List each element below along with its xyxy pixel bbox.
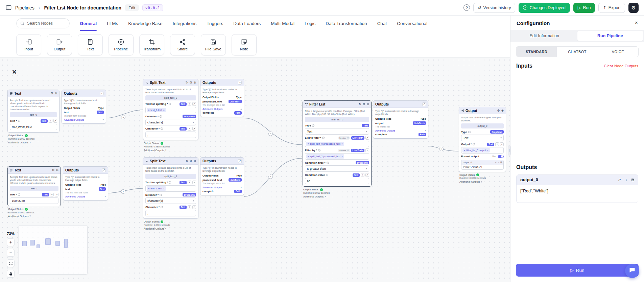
card-note[interactable]: Note	[232, 34, 257, 55]
download-icon[interactable]: ↓	[498, 161, 499, 164]
add-variable-button[interactable]: +	[188, 181, 191, 184]
chip-remove-icon[interactable]: ×	[163, 187, 164, 190]
info-icon[interactable]: i	[160, 115, 162, 118]
info-icon[interactable]: i	[327, 162, 329, 164]
copy-icon[interactable]: ⧉	[631, 178, 634, 182]
card-input[interactable]: Input	[16, 34, 41, 55]
refresh-icon[interactable]: ↻	[186, 81, 188, 84]
edge-delete-button[interactable]: ×	[439, 147, 444, 151]
close-icon[interactable]: ⊗	[193, 81, 196, 84]
gear-icon[interactable]: ⚙	[52, 169, 54, 172]
info-icon[interactable]: i	[169, 103, 171, 105]
type-select[interactable]: Text▾	[305, 128, 369, 135]
node-text-0[interactable]: Text ⚙ ⊗ Accepts Text from upstream node…	[7, 90, 59, 144]
variable-input[interactable]: ≡filter_list_0.output×	[461, 147, 504, 154]
add-variable-button[interactable]: +	[49, 119, 52, 123]
gear-icon[interactable]: ⚙	[50, 92, 53, 95]
character-input[interactable]: ,	[145, 210, 196, 216]
variable-input[interactable]: ≡split_text_0.processed_text×	[305, 141, 369, 147]
outputs-panel-filter-list-0[interactable]: Outputs ↗ Type "{{" in downstream nodes …	[373, 100, 428, 139]
chat-button[interactable]	[625, 264, 639, 278]
edit-button[interactable]: Edit	[125, 4, 139, 11]
advanced-outputs-toggle[interactable]: Advanced Outputs▴	[202, 108, 242, 111]
tab-general[interactable]: General	[80, 16, 97, 31]
chip-remove-icon[interactable]: ×	[341, 142, 343, 145]
card-file-save[interactable]: File Save	[201, 34, 226, 55]
variable-input[interactable]: ≡text_0.text×	[145, 107, 196, 113]
delimiter-select[interactable]: character(s)▾	[145, 197, 196, 204]
add-variable-button[interactable]: +	[361, 173, 364, 177]
node-split-text-1[interactable]: Split Text ↻ ⚙ ⊗ Takes input text and se…	[143, 157, 198, 230]
add-variable-button[interactable]: +	[188, 127, 191, 131]
outputs-panel-text-0[interactable]: Outputs ↗ Type "{{" in downstream nodes …	[62, 90, 106, 124]
zoom-out-button[interactable]: −	[7, 249, 15, 257]
advanced-outputs-toggle[interactable]: Advanced Outputs▾	[65, 195, 106, 198]
variable-chip[interactable]: ≡split_text_0.processed_text×	[306, 142, 344, 146]
close-icon[interactable]: ⊗	[366, 103, 369, 106]
format-output-toggle[interactable]	[498, 155, 504, 158]
gear-icon[interactable]: ⚙	[189, 160, 192, 163]
text-value-input[interactable]: Red,White,Blue	[10, 124, 57, 130]
tab-run-pipeline[interactable]: Run Pipeline	[577, 31, 643, 41]
settings-button[interactable]: ⚙	[628, 3, 639, 13]
edge-delete-button[interactable]: ×	[121, 115, 125, 119]
add-variable-button[interactable]: +	[188, 205, 191, 209]
node-filter-list-0[interactable]: Filter List ↻ ⚙ ⊗ Filter a list given a …	[303, 100, 372, 198]
variable-chip[interactable]: ≡text_0.text×	[147, 108, 166, 112]
outputs-panel-text-1[interactable]: Outputs ↗ Type "{{" in downstream nodes …	[63, 166, 108, 201]
add-variable-button[interactable]: +	[495, 142, 499, 146]
zoom-in-button[interactable]: +	[7, 238, 15, 246]
tab-llms[interactable]: LLMs	[107, 16, 118, 31]
panel-resize-handle[interactable]: ⋮	[508, 145, 511, 156]
chip-remove-icon[interactable]: ×	[163, 109, 164, 112]
condition-value-input[interactable]: 90	[305, 178, 369, 184]
info-icon[interactable]: i	[473, 143, 475, 145]
tab-data-transformation[interactable]: Data Transformation	[326, 16, 367, 31]
version-badge[interactable]: v0.0.1	[142, 4, 163, 11]
additional-outputs-toggle[interactable]: Additional Outputs▾	[459, 180, 506, 183]
additional-outputs-toggle[interactable]: Additional Outputs▾	[144, 227, 198, 230]
minimap[interactable]	[19, 225, 88, 275]
copy-icon[interactable]: ⧉	[500, 161, 502, 164]
expand-field-button[interactable]: ↗	[365, 148, 369, 152]
card-share[interactable]: Share	[170, 34, 195, 55]
info-icon[interactable]: i	[18, 120, 20, 122]
run-pipeline-button[interactable]: ▷ Run	[516, 264, 639, 277]
info-icon[interactable]: i	[18, 193, 20, 196]
additional-outputs-toggle[interactable]: Additional Outputs▾	[8, 215, 61, 218]
outputs-panel-split-text-1[interactable]: Outputs ↗ Type "{{" in downstream nodes …	[200, 157, 244, 195]
advanced-outputs-toggle[interactable]: Advanced Outputs▴	[375, 129, 426, 132]
gear-icon[interactable]: ⚙	[189, 81, 192, 84]
expand-field-button[interactable]: ↗	[192, 102, 196, 106]
expand-field-button[interactable]: ↗	[500, 142, 504, 146]
edge-delete-button[interactable]: ×	[268, 174, 273, 179]
run-button[interactable]: ▷ Run	[573, 3, 595, 13]
lock-button[interactable]	[7, 270, 15, 278]
card-text[interactable]: Text	[78, 34, 103, 55]
info-icon[interactable]: i	[312, 124, 314, 127]
gear-icon[interactable]: ⚙	[362, 103, 365, 106]
expand-panel-button[interactable]: ↗	[422, 102, 426, 106]
expand-icon[interactable]: ↗	[495, 161, 497, 164]
gear-icon[interactable]: ⚙	[497, 109, 500, 112]
expand-field-button[interactable]: ↗	[192, 127, 196, 131]
add-variable-button[interactable]: +	[188, 102, 191, 106]
fit-view-button[interactable]	[7, 259, 15, 267]
close-icon[interactable]: ⊗	[54, 92, 57, 95]
info-icon[interactable]: i	[326, 174, 328, 176]
itemize-toggle[interactable]: Itemize	[338, 149, 350, 152]
search-input[interactable]	[27, 21, 64, 26]
node-split-text-0[interactable]: Split Text ↻ ⚙ ⊗ Takes input text and se…	[143, 79, 198, 152]
delimiter-select[interactable]: character(s)▾	[145, 119, 196, 125]
info-icon[interactable]: i	[318, 149, 320, 151]
outputs-panel-split-text-0[interactable]: Outputs ↗ Type "{{" in downstream nodes …	[200, 79, 244, 117]
expand-panel-button[interactable]: ↗	[238, 81, 242, 85]
panel-close-button[interactable]: ×	[635, 20, 638, 26]
itemize-toggle[interactable]: Itemize	[338, 136, 350, 140]
refresh-icon[interactable]: ↻	[359, 103, 361, 106]
close-icon[interactable]: ⊗	[56, 169, 58, 172]
expand-field-button[interactable]: ↗	[365, 173, 369, 177]
subtab-standard[interactable]: STANDARD	[516, 47, 557, 57]
tab-integrations[interactable]: Integrations	[173, 16, 197, 31]
expand-field-button[interactable]: ↗	[55, 193, 58, 196]
